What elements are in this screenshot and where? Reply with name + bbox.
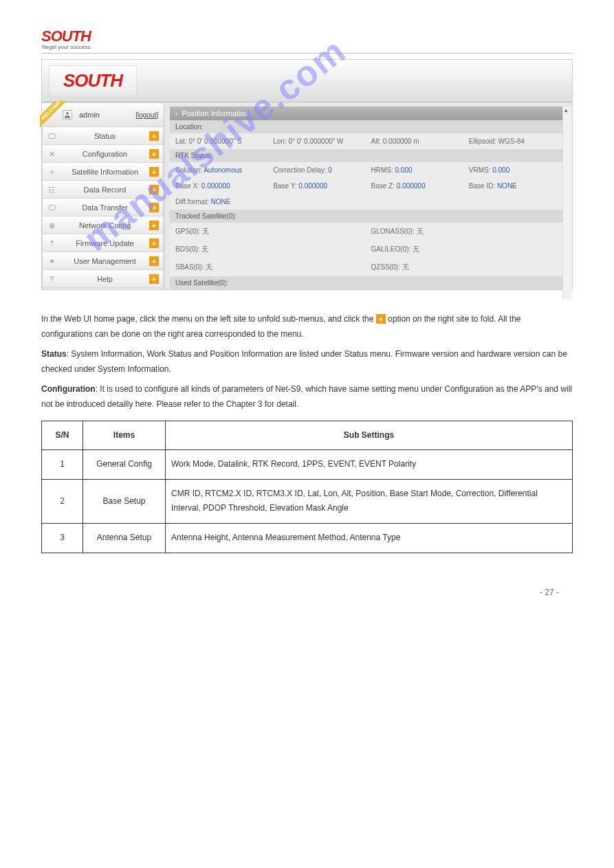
paragraph-1: In the Web UI home page, click the menu … <box>41 312 573 342</box>
menu-item-configuration[interactable]: ✕Configuration+ <box>42 145 164 163</box>
plus-icon[interactable]: + <box>149 131 159 141</box>
app-logo-box: SOUTH <box>49 65 137 96</box>
paragraph-status: Status: System Information, Work Status … <box>41 347 573 377</box>
trk-sbas: SBAS(0): 无 <box>175 263 267 272</box>
plus-icon[interactable]: + <box>149 167 159 177</box>
settings-table: S/N Items Sub Settings 1 General Config … <box>41 421 573 553</box>
table-row: 2 Base Setup CMR ID, RTCM2.X ID, RTCM3.X… <box>42 479 573 523</box>
menu-label: Firmware Update <box>61 239 149 247</box>
menu-item-help[interactable]: ?Help+ <box>42 270 164 288</box>
cell-sn: 1 <box>42 450 83 480</box>
globe-icon: ⊕ <box>43 221 61 230</box>
cell-sub: CMR ID, RTCM2.X ID, RTCM3.X ID, Lat, Lon… <box>166 479 573 523</box>
menu-item-user-management[interactable]: ⚭User Management+ <box>42 252 164 270</box>
table-row: 3 Antenna Setup Antenna Height, Antenna … <box>42 523 573 553</box>
trk-qzss: QZSS(0): 无 <box>371 263 463 272</box>
page-number: - 27 - <box>0 567 614 611</box>
record-icon: ☷ <box>43 186 61 194</box>
section-tracked: Tracked Satellite(0): <box>170 210 567 223</box>
table-row: 1 General Config Work Mode, Datalink, RT… <box>42 450 573 480</box>
cell-item: Antenna Setup <box>83 523 166 553</box>
th-items: Items <box>83 421 166 450</box>
cell-sub: Antenna Height, Antenna Measurement Meth… <box>166 523 573 553</box>
divider <box>41 53 573 54</box>
logout-link[interactable]: [logout] <box>135 111 158 119</box>
plus-icon[interactable]: + <box>149 185 159 194</box>
menu-label: User Management <box>61 257 149 265</box>
chevron-right-icon: › <box>175 110 177 118</box>
menu-item-network-config[interactable]: ⊕Network Config+ <box>42 216 164 234</box>
brand-header: SOUTH Target your success <box>41 27 573 50</box>
menu-label: Satellite Information <box>61 168 149 176</box>
cell-item: Base Setup <box>83 479 166 523</box>
user-bar: WELCOME admin [logout] <box>42 102 164 127</box>
rtk-basey: Base Y: 0.000000 <box>273 182 365 190</box>
cell-item: General Config <box>83 450 166 480</box>
section-used: Used Satellite(0): <box>170 276 567 289</box>
plus-icon[interactable]: + <box>149 274 159 284</box>
rtk-baseid: Base ID: NONE <box>469 182 561 190</box>
section-location: Location: <box>170 120 567 133</box>
trk-bds: BDS(0): 无 <box>175 245 267 254</box>
upload-icon: ⇡ <box>43 239 61 248</box>
menu-label: Configuration <box>61 150 149 158</box>
username: admin <box>79 111 100 119</box>
rtk-correction: Correction Delay: 0 <box>273 166 365 174</box>
menu-label: Data Transfer <box>61 203 149 212</box>
menu-item-data-record[interactable]: ☷Data Record+ <box>42 181 164 199</box>
plus-icon[interactable]: + <box>149 203 159 212</box>
cell-sub: Work Mode, Datalink, RTK Record, 1PPS, E… <box>166 450 573 480</box>
menu-item-data-transfer[interactable]: 🖵Data Transfer+ <box>42 199 164 216</box>
rtk-vrms: VRMS: 0.000 <box>469 166 561 174</box>
table-header-row: S/N Items Sub Settings <box>42 421 573 450</box>
trk-gps: GPS(0): 无 <box>175 227 267 236</box>
rtk-solution: Solution: Autonomous <box>175 166 267 174</box>
paragraph-config: Configuration: It is used to configure a… <box>41 382 573 412</box>
brand-logo: SOUTH <box>41 27 573 45</box>
plus-icon[interactable]: + <box>149 238 159 248</box>
app-logo-text: SOUTH <box>63 70 122 91</box>
menu-item-firmware-update[interactable]: ⇡Firmware Update+ <box>42 234 164 252</box>
app-screenshot: SOUTH WELCOME admin [logout] 🖵Status+ ✕C… <box>41 59 573 290</box>
plus-icon[interactable]: + <box>149 256 159 266</box>
satellite-icon: ✧ <box>43 168 61 177</box>
section-rtk: RTK Status: <box>170 149 567 162</box>
help-icon: ? <box>43 275 61 283</box>
th-sub: Sub Settings <box>166 421 573 450</box>
cell-sn: 3 <box>42 523 83 553</box>
rtk-hrms: HRMS: 0.000 <box>371 166 463 174</box>
app-header: SOUTH <box>42 60 572 102</box>
th-sn: S/N <box>42 421 83 450</box>
loc-ellipsoid: Ellipsoid: WGS-84 <box>469 137 561 145</box>
menu-label: Help <box>61 275 149 283</box>
menu-item-satellite-info[interactable]: ✧Satellite Information+ <box>42 163 164 181</box>
tools-icon: ✕ <box>43 150 61 159</box>
rtk-basez: Base Z: 0.000000 <box>371 182 463 190</box>
loc-lon: Lon: 0° 0′ 0.000000″ W <box>273 137 365 145</box>
brand-tagline: Target your success <box>41 44 573 50</box>
users-icon: ⚭ <box>43 257 61 266</box>
trk-galileo: GALILEO(0): 无 <box>371 245 463 254</box>
panel-title: Position Information <box>182 109 248 118</box>
rtk-diff: Diff.format: NONE <box>170 194 567 210</box>
cell-sn: 2 <box>42 479 83 523</box>
plus-icon-inline: + <box>376 314 386 324</box>
plus-icon[interactable]: + <box>149 149 159 159</box>
user-icon <box>63 110 72 120</box>
body-text: In the Web UI home page, click the menu … <box>41 290 573 553</box>
scrollbar[interactable] <box>562 107 572 299</box>
menu-label: Status <box>61 132 149 140</box>
panel-header[interactable]: ›Position Information <box>170 107 567 120</box>
content-area: ›Position Information Location: Lat: 0° … <box>164 102 572 289</box>
menu: 🖵Status+ ✕Configuration+ ✧Satellite Info… <box>42 127 164 288</box>
loc-lat: Lat: 0° 0′ 0.000000″ S <box>175 137 267 145</box>
plus-icon[interactable]: + <box>149 221 159 230</box>
loc-alt: Alt: 0.000000 m <box>371 137 463 145</box>
rtk-basex: Base X: 0.000000 <box>175 182 267 190</box>
trk-glonass: GLONASS(0): 无 <box>371 227 463 236</box>
transfer-icon: 🖵 <box>43 203 61 212</box>
monitor-icon: 🖵 <box>43 132 61 140</box>
menu-label: Data Record <box>61 186 149 194</box>
sidebar: WELCOME admin [logout] 🖵Status+ ✕Configu… <box>42 102 164 289</box>
menu-label: Network Config <box>61 221 149 230</box>
